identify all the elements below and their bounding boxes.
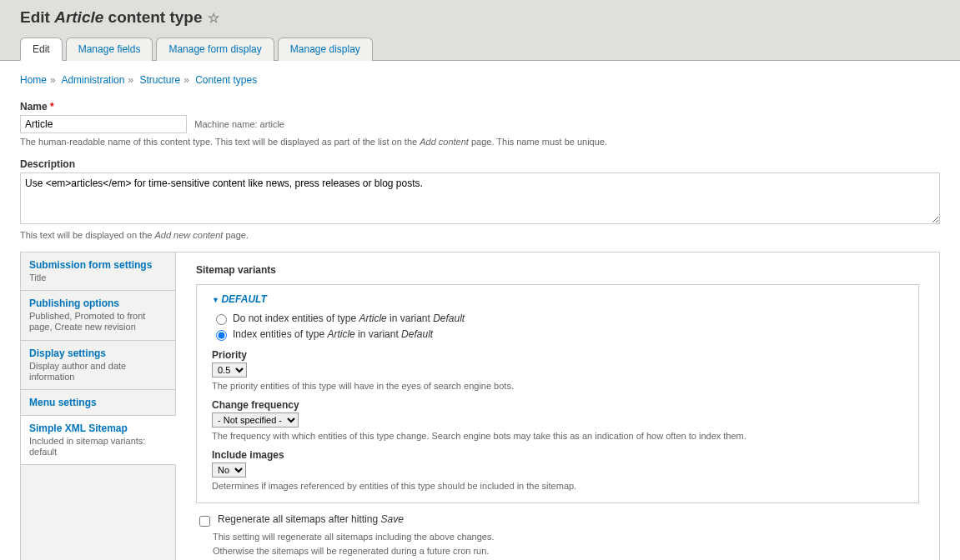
breadcrumb-home[interactable]: Home [20,74,47,86]
vtab-publishing-options[interactable]: Publishing options Published, Promoted t… [21,291,175,340]
name-field[interactable] [20,115,187,133]
default-variant-legend[interactable]: DEFAULT [212,293,903,305]
machine-name-text: Machine name: article [194,119,284,129]
vtab-submission-form-settings[interactable]: Submission form settings Title [21,252,175,291]
radio-index-input[interactable] [216,330,227,341]
priority-label: Priority [212,349,903,361]
vtab-title: Submission form settings [29,259,167,271]
description-help: This text will be displayed on the Add n… [20,230,940,240]
name-help: The human-readable name of this content … [20,137,940,147]
tab-manage-display[interactable]: Manage display [278,38,373,61]
images-help: Determines if images referenced by entit… [212,481,903,491]
tab-manage-fields[interactable]: Manage fields [66,38,153,61]
radio-index[interactable]: Index entities of type Article in varian… [212,328,903,341]
page-title-suffix: content type [108,8,203,26]
vtab-display-settings[interactable]: Display settings Display author and date… [21,341,175,390]
changefreq-select[interactable]: - Not specified - [212,412,299,428]
description-field[interactable]: Use <em>articles</em> for time-sensitive… [20,172,940,224]
vtab-title: Menu settings [29,397,167,408]
regenerate-checkbox-row[interactable]: Regenerate all sitemaps after hitting Sa… [196,513,919,529]
priority-help: The priority entities of this type will … [212,381,903,391]
changefreq-label: Change frequency [212,399,903,411]
breadcrumb-content-types[interactable]: Content types [195,74,257,86]
primary-tabs: Edit Manage fields Manage form display M… [20,38,940,61]
vtab-summary: Display author and date information [29,361,167,382]
vertical-tabs: Submission form settings Title Publishin… [21,252,176,560]
name-label: Name * [20,101,940,112]
regenerate-help-2: Otherwise the sitemaps will be regenerat… [213,545,919,558]
breadcrumb-structure[interactable]: Structure [139,74,180,86]
images-label: Include images [212,449,903,461]
vtab-summary: Included in sitemap variants: default [29,436,167,458]
tab-manage-form-display[interactable]: Manage form display [156,38,274,61]
vtab-summary: Published, Promoted to front page, Creat… [29,311,167,332]
changefreq-help: The frequency with which entities of thi… [212,431,903,441]
breadcrumb: Home» Administration» Structure» Content… [20,74,940,86]
vtab-title: Display settings [29,348,167,359]
regenerate-help-1: This setting will regenerate all sitemap… [213,531,919,543]
vtab-menu-settings[interactable]: Menu settings [21,390,175,416]
favorite-star-icon[interactable]: ☆ [208,10,219,26]
priority-select[interactable]: 0.5 [212,362,247,378]
regenerate-checkbox[interactable] [199,516,210,527]
sitemap-variants-heading: Sitemap variants [196,264,919,276]
radio-do-not-index-input[interactable] [216,314,227,325]
tab-edit[interactable]: Edit [20,38,63,61]
vtab-summary: Title [29,272,167,283]
vtab-simple-xml-sitemap[interactable]: Simple XML Sitemap Included in sitemap v… [21,416,176,465]
description-label: Description [20,158,940,170]
page-title-entity: Article [54,8,103,26]
default-variant-fieldset: DEFAULT Do not index entities of type Ar… [196,284,919,503]
vtab-title: Simple XML Sitemap [29,422,167,434]
breadcrumb-administration[interactable]: Administration [61,74,124,86]
vtab-title: Publishing options [29,298,167,309]
page-title-prefix: Edit [20,8,50,26]
page-title: Edit Article content type ☆ [20,8,940,27]
radio-do-not-index[interactable]: Do not index entities of type Article in… [212,312,903,325]
sitemap-panel: Sitemap variants DEFAULT Do not index en… [176,252,939,560]
images-select[interactable]: No [212,462,246,478]
